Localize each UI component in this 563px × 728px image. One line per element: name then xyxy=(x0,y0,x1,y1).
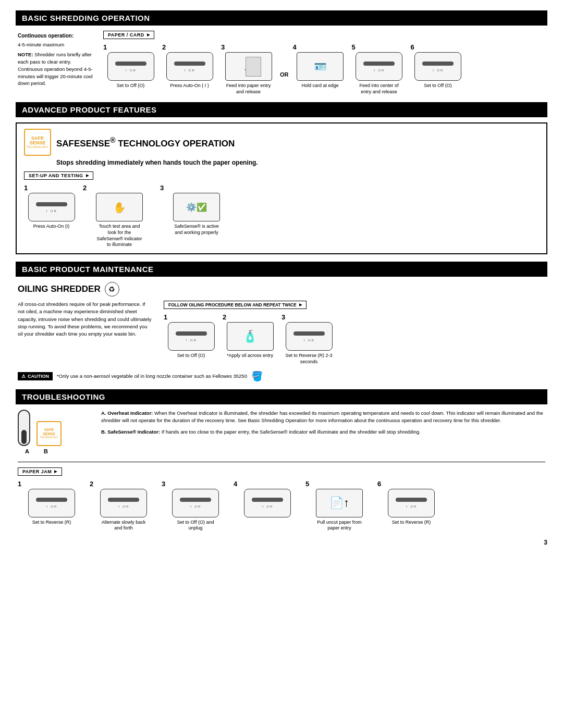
pj-step-5: 5 📄↑ Pull uncut paper from paper entry xyxy=(305,480,373,532)
basic-maintenance-title: BASIC PRODUCT MAINTENANCE xyxy=(22,265,154,274)
label-a: A xyxy=(25,448,29,454)
step-2: 2 I O R Press Auto-On ( I ) xyxy=(162,43,217,89)
troubleshoot-text-block: A. Overheat Indicator: When the Overheat… xyxy=(101,410,545,454)
operation-info: Continuous operation: 4-5-minute maximum… xyxy=(18,31,96,87)
troubleshooting-section: TROUBLESHOOTING SAFE SENSE TECHNOLOGY xyxy=(16,389,547,532)
troubleshooting-title: TROUBLESHOOTING xyxy=(22,392,105,401)
pj-machine-ior-6: I O R xyxy=(406,505,416,508)
note-label: NOTE: xyxy=(18,52,33,57)
troubleshoot-icons-block: SAFE SENSE TECHNOLOGY A B xyxy=(18,410,91,454)
safesense-steps-row: 1 I O R Press Auto-On (I) 2 ✋ Touch test… xyxy=(24,184,539,248)
sense-text: SENSE xyxy=(30,141,46,145)
pj-step-1-number: 1 xyxy=(18,480,21,488)
oil-step-2-illustration: 🧴 xyxy=(227,322,274,351)
overheat-label: A. Overheat Indicator: xyxy=(101,410,153,416)
pj-step-6-illustration: I O R xyxy=(388,489,435,517)
machine-slot xyxy=(115,61,146,66)
pj-step-5-illustration: 📄↑ xyxy=(316,489,363,517)
oiling-container: OILING SHREDDER ♻ All cross-cut shredder… xyxy=(16,282,547,381)
oil-bottle-icon: 🧴 xyxy=(243,330,257,343)
caution-label: ⚠ CAUTION xyxy=(18,372,53,380)
ab-labels: A B xyxy=(18,448,91,454)
safesense-subtitle: Stops shredding immediately when hands t… xyxy=(56,159,539,166)
thermometer-icon xyxy=(18,410,30,446)
oil-step-1-caption: Set to Off (O) xyxy=(177,353,205,359)
overheat-text: When the Overheat Indicator is illuminat… xyxy=(101,410,543,423)
oiling-title: OILING SHREDDER xyxy=(18,284,101,294)
ss-step-1-number: 1 xyxy=(24,184,28,192)
oiling-steps: FOLLOW OILING PROCEDURE BELOW AND REPEAT… xyxy=(164,301,545,365)
pj-machine-ior-2: I O R xyxy=(118,505,128,508)
machine-slot-5 xyxy=(363,61,395,66)
oil-machine-slot-1 xyxy=(176,331,207,336)
oil-step-1-illustration: I O R xyxy=(168,322,215,351)
ss-safe: SAFE xyxy=(44,428,54,432)
pj-machine-ior-4: I O R xyxy=(262,505,272,508)
machine-ior-label-5: I O R xyxy=(374,69,384,72)
step-1-caption: Set to Off (O) xyxy=(117,83,144,89)
ss-step-1-illustration: I O R xyxy=(28,193,75,221)
paper-sheet xyxy=(246,57,261,77)
step-1: 1 I O R Set to Off (O) xyxy=(103,43,158,89)
step-4-number: 4 xyxy=(293,43,297,51)
pj-step-2-caption: Alternate slowly back and forth xyxy=(99,520,149,532)
pj-machine-ior-1: I O R xyxy=(46,505,56,508)
step-6: 6 I O R Set to Off (O) xyxy=(411,43,466,89)
ss-step-1-caption: Press Auto-On (I) xyxy=(33,224,70,230)
pj-step-6-number: 6 xyxy=(377,480,381,488)
ss-machine-ior-1: I O R xyxy=(46,209,56,213)
step-4-illustration: 🪪 xyxy=(297,52,344,81)
thermo-fill xyxy=(21,430,27,443)
step-2-illustration: I O R xyxy=(166,52,213,81)
step-3-illustration: ↓ xyxy=(225,52,272,81)
oil-can-icon: 🪣 xyxy=(251,371,263,382)
safesense-header: SAFE SENSE TECHNOLOGY SAFESENSE® TECHNOL… xyxy=(24,129,539,156)
basic-shredding-section: BASIC SHREDDING OPERATION Continuous ope… xyxy=(16,10,547,95)
basic-steps-container: PAPER / CARD 1 I O R Set to Off (O) 2 xyxy=(103,31,545,95)
ss-step-2-number: 2 xyxy=(83,184,87,192)
advanced-section: ADVANCED PRODUCT FEATURES SAFE SENSE TEC… xyxy=(16,102,547,254)
step-4: 4 🪪 Hold card at edge xyxy=(293,43,348,89)
machine-ior-label-2: I O R xyxy=(185,69,194,72)
oil-machine-ior-1: I O R xyxy=(186,339,196,342)
oiling-header: OILING SHREDDER ♻ xyxy=(18,282,545,297)
oil-machine-ior-3: I O R xyxy=(304,339,314,342)
safesense-title-block: SAFESENSE® TECHNOLOGY OPERATION xyxy=(56,136,235,149)
caution-box: ⚠ CAUTION *Only use a non-aerosol vegeta… xyxy=(18,371,545,382)
pj-step-6: 6 I O R Set to Reverse (R) xyxy=(377,480,445,526)
machine-slot-2 xyxy=(174,61,205,66)
basic-maintenance-header: BASIC PRODUCT MAINTENANCE xyxy=(16,262,547,277)
safesense-title: SAFESENSE® TECHNOLOGY OPERATION xyxy=(56,136,235,149)
safesense-paragraph: B. SafeSense® Indicator: If hands are to… xyxy=(101,428,545,436)
basic-shredding-header: BASIC SHREDDING OPERATION xyxy=(16,10,547,26)
pj-step-4-caption xyxy=(267,520,268,526)
ss-step-3-illustration: ⚙️✅ xyxy=(173,193,220,221)
step-6-illustration: I O R xyxy=(414,52,461,81)
ss-step-3-caption: SafeSense® is active and working properl… xyxy=(172,224,222,236)
pj-step-3-illustration: I O R xyxy=(172,489,219,517)
tech-text: TECHNOLOGY xyxy=(27,145,48,149)
step-1-number: 1 xyxy=(103,43,107,51)
step-6-caption: Set to Off (O) xyxy=(424,83,451,89)
pj-step-5-caption: Pull uncut paper from paper entry xyxy=(315,520,364,532)
page-number: 3 xyxy=(544,539,547,546)
ss-sense: SENSE xyxy=(43,432,55,436)
note-text: NOTE: Shredder runs briefly after each p… xyxy=(18,51,96,87)
basic-steps-row: 1 I O R Set to Off (O) 2 I O R Press Aut… xyxy=(103,43,545,95)
pj-machine-slot-4 xyxy=(252,498,283,502)
or-separator: OR xyxy=(280,71,289,78)
oiling-icon: ♻ xyxy=(105,282,119,297)
safesense-box: SAFE SENSE TECHNOLOGY SAFESENSE® TECHNOL… xyxy=(16,122,547,254)
page-number-container: 3 xyxy=(16,539,547,546)
thermometer-wrapper xyxy=(18,410,30,446)
pj-step-1: 1 I O R Set to Reverse (R) xyxy=(18,480,85,526)
pj-step-3: 3 I O R Set to Off (O) and unplug xyxy=(162,480,229,532)
pj-machine-slot-3 xyxy=(180,498,211,502)
ss-step-1: 1 I O R Press Auto-On (I) xyxy=(24,184,79,230)
oil-step-1-number: 1 xyxy=(164,313,167,321)
pj-step-1-caption: Set to Reverse (R) xyxy=(32,520,71,526)
troubleshoot-icons: SAFE SENSE TECHNOLOGY xyxy=(18,410,91,446)
pj-step-5-number: 5 xyxy=(305,480,309,488)
basic-maintenance-section: BASIC PRODUCT MAINTENANCE OILING SHREDDE… xyxy=(16,262,547,381)
pj-machine-slot-2 xyxy=(108,498,139,502)
